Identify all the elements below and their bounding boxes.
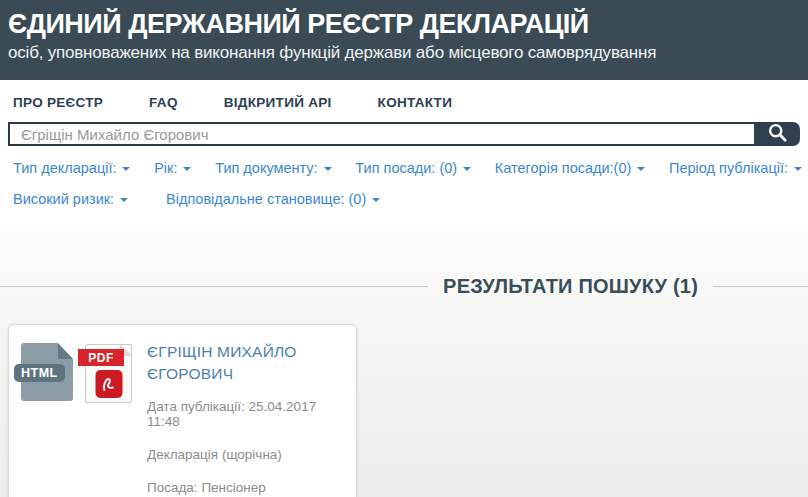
publication-date: Дата публікації: 25.04.2017 11:48 [147,399,344,429]
magnifier-icon [767,122,788,146]
nav-item-about[interactable]: ПРО РЕЄСТР [13,95,103,110]
filter-position-category[interactable]: Категорія посади:(0) [495,160,645,176]
result-card-info: ЄГРІЩІН МИХАЙЛО ЄГОРОВИЧ Дата публікації… [145,341,344,495]
result-card: HTML PDF ЄГРІЩІН МИХАЙЛО ЄГОРОВИЧ Дата п… [8,324,357,497]
filter-declaration-type[interactable]: Тип декларації: [13,160,130,176]
pdf-ribbon-label: PDF [78,349,124,366]
caret-down-icon [183,167,191,171]
filter-year[interactable]: Рік: [154,160,191,176]
declarant-position: Посада: Пенсіонер [147,480,344,495]
search-bar [8,122,800,146]
declarant-name-link[interactable]: ЄГРІЩІН МИХАЙЛО ЄГОРОВИЧ [147,341,337,384]
divider-line [0,286,428,287]
caret-down-icon [794,167,802,171]
caret-down-icon [637,167,645,171]
filter-position-type[interactable]: Тип посади: (0) [355,160,471,176]
html-file-icon[interactable]: HTML [21,343,73,401]
caret-down-icon [120,198,128,202]
pdf-file-icon[interactable]: PDF [85,344,132,403]
result-file-icons: HTML PDF [21,341,145,495]
filter-bar-primary: Тип декларації: Рік: Тип документу: Тип … [13,160,802,176]
filter-document-type[interactable]: Тип документу: [215,160,331,176]
nav-item-faq[interactable]: FAQ [149,95,178,110]
results-heading: РЕЗУЛЬТАТИ ПОШУКУ (1) [428,275,713,298]
filter-responsible-position[interactable]: Відповідальне становище: (0) [166,191,380,207]
search-button[interactable] [754,122,800,146]
site-subtitle: осіб, уповноважених на виконання функцій… [8,43,796,63]
html-badge-label: HTML [14,364,65,382]
page-fold-corner [58,343,73,359]
results-section: РЕЗУЛЬТАТИ ПОШУКУ (1) HTML PDF ЄГР [0,225,808,497]
filter-publication-period[interactable]: Період публікації: [669,160,802,176]
caret-down-icon [463,167,471,171]
results-header: РЕЗУЛЬТАТИ ПОШУКУ (1) [0,275,808,298]
search-input[interactable] [8,122,754,146]
site-title: ЄДИНИЙ ДЕРЖАВНИЙ РЕЄСТР ДЕКЛАРАЦІЙ [8,9,796,40]
nav-item-contacts[interactable]: КОНТАКТИ [378,95,453,110]
filter-bar-secondary: Високий ризик: Відповідальне становище: … [13,191,802,207]
declaration-type: Декларація (щорічна) [147,447,344,462]
divider-line [713,286,808,287]
caret-down-icon [372,198,380,202]
caret-down-icon [324,167,332,171]
site-header: ЄДИНИЙ ДЕРЖАВНИЙ РЕЄСТР ДЕКЛАРАЦІЙ осіб,… [0,0,808,80]
caret-down-icon [122,167,130,171]
acrobat-logo-icon [95,370,122,398]
filter-high-risk[interactable]: Високий ризик: [13,191,128,207]
nav-item-open-api[interactable]: ВІДКРИТИЙ API [224,95,332,110]
main-nav: ПРО РЕЄСТР FAQ ВІДКРИТИЙ API КОНТАКТИ [0,80,808,122]
